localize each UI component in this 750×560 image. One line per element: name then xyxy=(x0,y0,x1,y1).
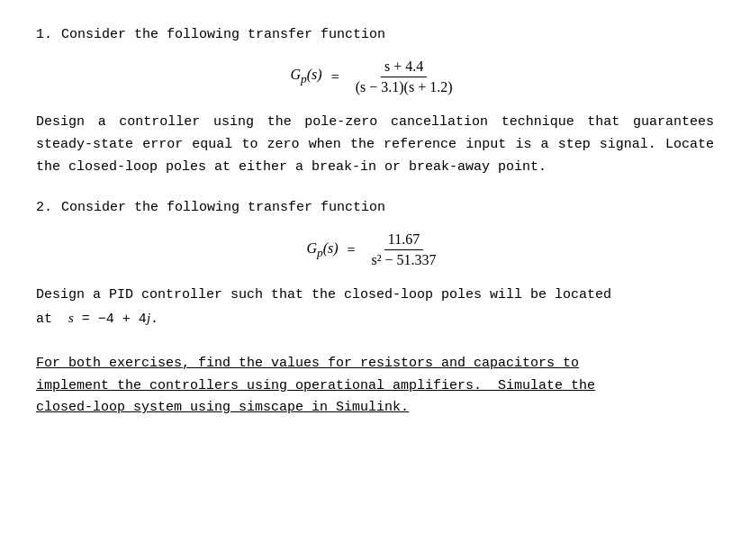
tf2-equals: = xyxy=(344,242,359,258)
problem-1-tf: Gp(s) = s + 4.4 (s − 3.1)(s + 1.2) xyxy=(36,59,714,95)
problem-1-header: 1. Consider the following transfer funct… xyxy=(36,27,714,42)
problem-2-header: 2. Consider the following transfer funct… xyxy=(36,200,714,215)
footer-line3: closed‑loop system using simscape in Sim… xyxy=(36,397,714,420)
problem-1-intro: Consider the following transfer function xyxy=(61,27,714,42)
problem-1: 1. Consider the following transfer funct… xyxy=(36,27,714,178)
problem-1-number: 1. xyxy=(36,27,61,42)
problem-2-number: 2. xyxy=(36,200,61,215)
footer-note: For both exercises, find the values for … xyxy=(36,353,714,420)
tf2-denominator: s² − 51.337 xyxy=(368,250,440,268)
tf2-fraction: 11.67 s² − 51.337 xyxy=(368,231,440,268)
problem-2-desc-line1: Design a PID controller such that the cl… xyxy=(36,285,714,307)
tf2-lhs: Gp(s) xyxy=(306,240,338,260)
tf1-lhs: Gp(s) xyxy=(291,67,322,86)
footer-line2: implement the controllers using operatio… xyxy=(36,375,714,398)
problem-2-intro: Consider the following transfer function xyxy=(61,200,714,215)
problem-2: 2. Consider the following transfer funct… xyxy=(36,200,714,331)
footer-line1: For both exercises, find the values for … xyxy=(36,353,714,375)
problem-2-description: Design a PID controller such that the cl… xyxy=(36,285,714,331)
tf1-numerator: s + 4.4 xyxy=(381,59,427,77)
problem-2-tf: Gp(s) = 11.67 s² − 51.337 xyxy=(36,231,714,268)
problem-1-description: Design a controller using the pole‑zero … xyxy=(36,112,714,178)
tf1-denominator: (s − 3.1)(s + 1.2) xyxy=(352,77,456,95)
tf1-fraction: s + 4.4 (s − 3.1)(s + 1.2) xyxy=(352,59,456,95)
tf1-equals: = xyxy=(328,69,343,86)
tf2-numerator: 11.67 xyxy=(384,231,423,250)
problem-2-desc-line2: at s = −4 + 4j. xyxy=(36,307,714,331)
